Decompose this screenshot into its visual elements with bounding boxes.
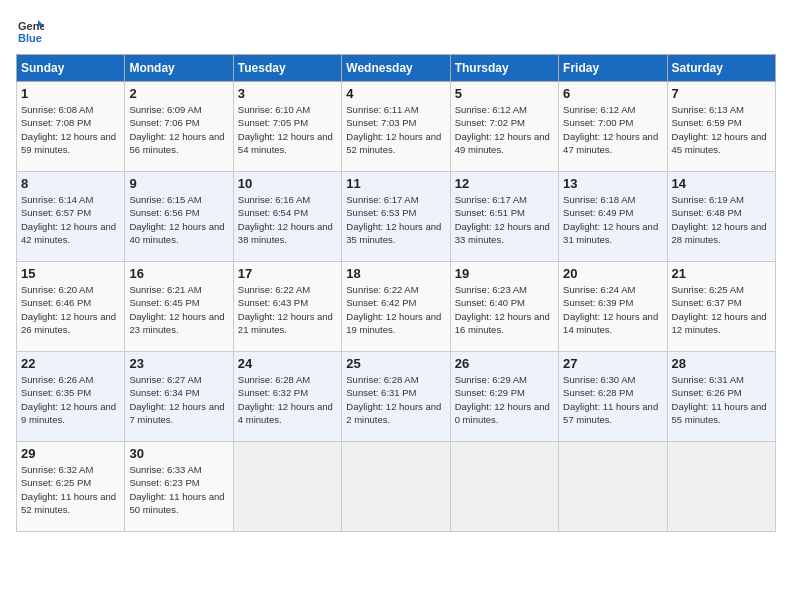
day-info: Sunrise: 6:20 AM Sunset: 6:46 PM Dayligh…: [21, 283, 120, 336]
calendar-cell: 11 Sunrise: 6:17 AM Sunset: 6:53 PM Dayl…: [342, 172, 450, 262]
day-info: Sunrise: 6:22 AM Sunset: 6:43 PM Dayligh…: [238, 283, 337, 336]
day-info: Sunrise: 6:10 AM Sunset: 7:05 PM Dayligh…: [238, 103, 337, 156]
calendar-cell: 4 Sunrise: 6:11 AM Sunset: 7:03 PM Dayli…: [342, 82, 450, 172]
day-number: 16: [129, 266, 228, 281]
calendar-cell: 20 Sunrise: 6:24 AM Sunset: 6:39 PM Dayl…: [559, 262, 667, 352]
calendar-cell: 25 Sunrise: 6:28 AM Sunset: 6:31 PM Dayl…: [342, 352, 450, 442]
day-number: 5: [455, 86, 554, 101]
day-number: 2: [129, 86, 228, 101]
logo-icon: General Blue: [16, 16, 44, 44]
day-info: Sunrise: 6:09 AM Sunset: 7:06 PM Dayligh…: [129, 103, 228, 156]
calendar-cell: 12 Sunrise: 6:17 AM Sunset: 6:51 PM Dayl…: [450, 172, 558, 262]
calendar-cell: 14 Sunrise: 6:19 AM Sunset: 6:48 PM Dayl…: [667, 172, 775, 262]
calendar-cell: 26 Sunrise: 6:29 AM Sunset: 6:29 PM Dayl…: [450, 352, 558, 442]
day-number: 30: [129, 446, 228, 461]
page-header: General Blue: [16, 16, 776, 44]
day-number: 29: [21, 446, 120, 461]
calendar-cell: 5 Sunrise: 6:12 AM Sunset: 7:02 PM Dayli…: [450, 82, 558, 172]
day-info: Sunrise: 6:27 AM Sunset: 6:34 PM Dayligh…: [129, 373, 228, 426]
calendar-cell: 18 Sunrise: 6:22 AM Sunset: 6:42 PM Dayl…: [342, 262, 450, 352]
calendar-cell: 9 Sunrise: 6:15 AM Sunset: 6:56 PM Dayli…: [125, 172, 233, 262]
weekday-header: Monday: [125, 55, 233, 82]
day-info: Sunrise: 6:18 AM Sunset: 6:49 PM Dayligh…: [563, 193, 662, 246]
logo: General Blue: [16, 16, 48, 44]
calendar-cell: [667, 442, 775, 532]
calendar-cell: 6 Sunrise: 6:12 AM Sunset: 7:00 PM Dayli…: [559, 82, 667, 172]
calendar-cell: 21 Sunrise: 6:25 AM Sunset: 6:37 PM Dayl…: [667, 262, 775, 352]
calendar-cell: 13 Sunrise: 6:18 AM Sunset: 6:49 PM Dayl…: [559, 172, 667, 262]
calendar-week-row: 29 Sunrise: 6:32 AM Sunset: 6:25 PM Dayl…: [17, 442, 776, 532]
day-number: 1: [21, 86, 120, 101]
weekday-header: Thursday: [450, 55, 558, 82]
day-info: Sunrise: 6:17 AM Sunset: 6:51 PM Dayligh…: [455, 193, 554, 246]
day-number: 22: [21, 356, 120, 371]
day-info: Sunrise: 6:26 AM Sunset: 6:35 PM Dayligh…: [21, 373, 120, 426]
calendar-cell: 10 Sunrise: 6:16 AM Sunset: 6:54 PM Dayl…: [233, 172, 341, 262]
day-info: Sunrise: 6:29 AM Sunset: 6:29 PM Dayligh…: [455, 373, 554, 426]
day-number: 20: [563, 266, 662, 281]
calendar-cell: [342, 442, 450, 532]
day-number: 9: [129, 176, 228, 191]
day-number: 19: [455, 266, 554, 281]
calendar-cell: 16 Sunrise: 6:21 AM Sunset: 6:45 PM Dayl…: [125, 262, 233, 352]
day-info: Sunrise: 6:08 AM Sunset: 7:08 PM Dayligh…: [21, 103, 120, 156]
weekday-header: Saturday: [667, 55, 775, 82]
weekday-header: Tuesday: [233, 55, 341, 82]
calendar-cell: 19 Sunrise: 6:23 AM Sunset: 6:40 PM Dayl…: [450, 262, 558, 352]
day-info: Sunrise: 6:12 AM Sunset: 7:00 PM Dayligh…: [563, 103, 662, 156]
day-number: 21: [672, 266, 771, 281]
day-number: 18: [346, 266, 445, 281]
calendar-cell: 2 Sunrise: 6:09 AM Sunset: 7:06 PM Dayli…: [125, 82, 233, 172]
calendar-week-row: 22 Sunrise: 6:26 AM Sunset: 6:35 PM Dayl…: [17, 352, 776, 442]
day-info: Sunrise: 6:22 AM Sunset: 6:42 PM Dayligh…: [346, 283, 445, 336]
day-number: 12: [455, 176, 554, 191]
day-number: 4: [346, 86, 445, 101]
weekday-header: Friday: [559, 55, 667, 82]
day-number: 11: [346, 176, 445, 191]
day-number: 28: [672, 356, 771, 371]
calendar-week-row: 8 Sunrise: 6:14 AM Sunset: 6:57 PM Dayli…: [17, 172, 776, 262]
day-number: 26: [455, 356, 554, 371]
day-number: 10: [238, 176, 337, 191]
calendar-week-row: 15 Sunrise: 6:20 AM Sunset: 6:46 PM Dayl…: [17, 262, 776, 352]
day-number: 15: [21, 266, 120, 281]
day-number: 8: [21, 176, 120, 191]
day-info: Sunrise: 6:13 AM Sunset: 6:59 PM Dayligh…: [672, 103, 771, 156]
calendar-cell: [233, 442, 341, 532]
day-number: 6: [563, 86, 662, 101]
day-number: 23: [129, 356, 228, 371]
day-info: Sunrise: 6:31 AM Sunset: 6:26 PM Dayligh…: [672, 373, 771, 426]
day-number: 25: [346, 356, 445, 371]
calendar-cell: 1 Sunrise: 6:08 AM Sunset: 7:08 PM Dayli…: [17, 82, 125, 172]
day-number: 24: [238, 356, 337, 371]
day-number: 27: [563, 356, 662, 371]
day-info: Sunrise: 6:21 AM Sunset: 6:45 PM Dayligh…: [129, 283, 228, 336]
day-number: 17: [238, 266, 337, 281]
weekday-header: Sunday: [17, 55, 125, 82]
calendar-cell: 28 Sunrise: 6:31 AM Sunset: 6:26 PM Dayl…: [667, 352, 775, 442]
day-info: Sunrise: 6:30 AM Sunset: 6:28 PM Dayligh…: [563, 373, 662, 426]
day-info: Sunrise: 6:17 AM Sunset: 6:53 PM Dayligh…: [346, 193, 445, 246]
day-number: 3: [238, 86, 337, 101]
day-info: Sunrise: 6:16 AM Sunset: 6:54 PM Dayligh…: [238, 193, 337, 246]
calendar-cell: 23 Sunrise: 6:27 AM Sunset: 6:34 PM Dayl…: [125, 352, 233, 442]
calendar-cell: 8 Sunrise: 6:14 AM Sunset: 6:57 PM Dayli…: [17, 172, 125, 262]
calendar-week-row: 1 Sunrise: 6:08 AM Sunset: 7:08 PM Dayli…: [17, 82, 776, 172]
day-info: Sunrise: 6:11 AM Sunset: 7:03 PM Dayligh…: [346, 103, 445, 156]
day-info: Sunrise: 6:15 AM Sunset: 6:56 PM Dayligh…: [129, 193, 228, 246]
calendar-cell: 24 Sunrise: 6:28 AM Sunset: 6:32 PM Dayl…: [233, 352, 341, 442]
day-info: Sunrise: 6:23 AM Sunset: 6:40 PM Dayligh…: [455, 283, 554, 336]
calendar-cell: 27 Sunrise: 6:30 AM Sunset: 6:28 PM Dayl…: [559, 352, 667, 442]
day-info: Sunrise: 6:14 AM Sunset: 6:57 PM Dayligh…: [21, 193, 120, 246]
day-info: Sunrise: 6:28 AM Sunset: 6:32 PM Dayligh…: [238, 373, 337, 426]
calendar-cell: 3 Sunrise: 6:10 AM Sunset: 7:05 PM Dayli…: [233, 82, 341, 172]
day-info: Sunrise: 6:25 AM Sunset: 6:37 PM Dayligh…: [672, 283, 771, 336]
calendar-cell: 7 Sunrise: 6:13 AM Sunset: 6:59 PM Dayli…: [667, 82, 775, 172]
calendar-cell: 30 Sunrise: 6:33 AM Sunset: 6:23 PM Dayl…: [125, 442, 233, 532]
calendar-cell: 15 Sunrise: 6:20 AM Sunset: 6:46 PM Dayl…: [17, 262, 125, 352]
weekday-header: Wednesday: [342, 55, 450, 82]
day-info: Sunrise: 6:32 AM Sunset: 6:25 PM Dayligh…: [21, 463, 120, 516]
calendar-cell: 29 Sunrise: 6:32 AM Sunset: 6:25 PM Dayl…: [17, 442, 125, 532]
day-info: Sunrise: 6:24 AM Sunset: 6:39 PM Dayligh…: [563, 283, 662, 336]
day-info: Sunrise: 6:28 AM Sunset: 6:31 PM Dayligh…: [346, 373, 445, 426]
